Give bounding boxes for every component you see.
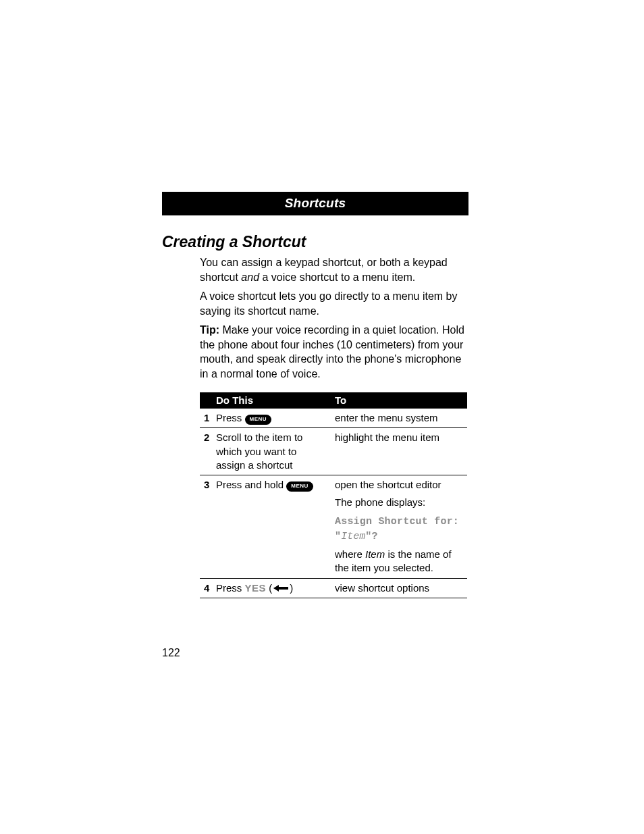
- table-row: 2 Scroll to the item to which you want t…: [200, 428, 467, 475]
- table-row: 4 Press YES () view shortcut options: [200, 578, 467, 598]
- intro-paragraph-2: A voice shortcut lets you go directly to…: [200, 289, 467, 318]
- steps-table: Do This To 1 Press MENU enter the menu s…: [200, 392, 467, 598]
- menu-key-icon: MENU: [286, 481, 313, 492]
- step-number: 3: [200, 475, 216, 579]
- left-softkey-icon: [272, 584, 290, 592]
- step-result: enter the menu system: [332, 409, 467, 428]
- yes-softkey-label: YES: [245, 582, 267, 594]
- step-action: Scroll to the item to which you want to …: [216, 428, 332, 475]
- table-header-dothis: Do This: [216, 392, 332, 409]
- chapter-title: Shortcuts: [285, 196, 346, 210]
- step-result: view shortcut options: [332, 578, 467, 598]
- step-number: 4: [200, 578, 216, 598]
- step-number: 2: [200, 428, 216, 475]
- table-header-row: Do This To: [200, 392, 467, 409]
- table-header-to: To: [332, 392, 467, 409]
- table-header-blank: [200, 392, 216, 409]
- table-row: 3 Press and hold MENU open the shortcut …: [200, 475, 467, 579]
- table-row: 1 Press MENU enter the menu system: [200, 409, 467, 428]
- step-action: Press and hold MENU: [216, 475, 332, 579]
- page: Shortcuts Creating a Shortcut You can as…: [0, 0, 644, 834]
- step-result: open the shortcut editor The phone displ…: [332, 475, 467, 579]
- step-result: highlight the menu item: [332, 428, 467, 475]
- step-action: Press MENU: [216, 409, 332, 428]
- step-number: 1: [200, 409, 216, 428]
- section-heading: Creating a Shortcut: [162, 233, 306, 251]
- intro-paragraph-1: You can assign a keypad shortcut, or bot…: [200, 255, 467, 284]
- chapter-header-bar: Shortcuts: [162, 192, 468, 215]
- tip-paragraph: Tip: Make your voice recording in a quie…: [200, 323, 467, 381]
- menu-key-icon: MENU: [245, 415, 272, 425]
- step-action: Press YES (): [216, 578, 332, 598]
- tip-label: Tip:: [200, 324, 219, 336]
- page-number: 122: [162, 647, 180, 659]
